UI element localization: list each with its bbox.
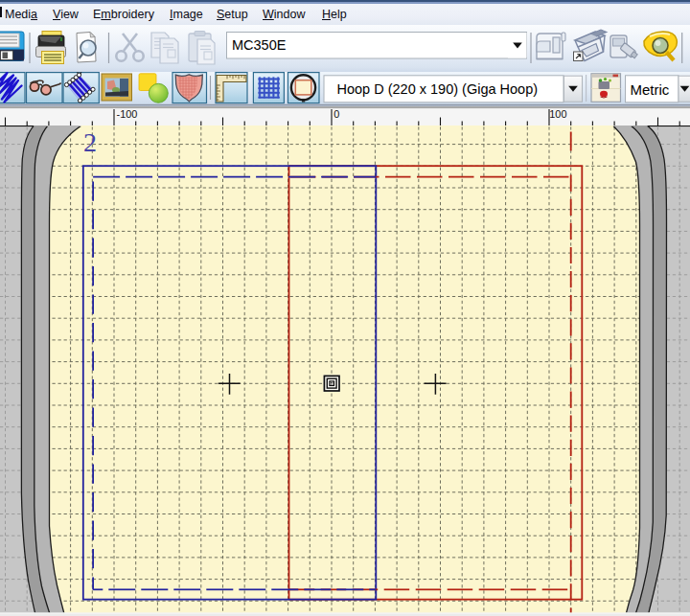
svg-text:Hoop D (220 x 190) (Giga Hoop): Hoop D (220 x 190) (Giga Hoop) — [337, 81, 539, 97]
svg-text:0: 0 — [334, 108, 339, 120]
svg-text:Metric: Metric — [631, 81, 670, 98]
svg-text:-100: -100 — [117, 108, 138, 120]
svg-text:2: 2 — [83, 127, 97, 157]
svg-text:100: 100 — [549, 108, 566, 120]
svg-text:MC350E: MC350E — [232, 37, 287, 53]
